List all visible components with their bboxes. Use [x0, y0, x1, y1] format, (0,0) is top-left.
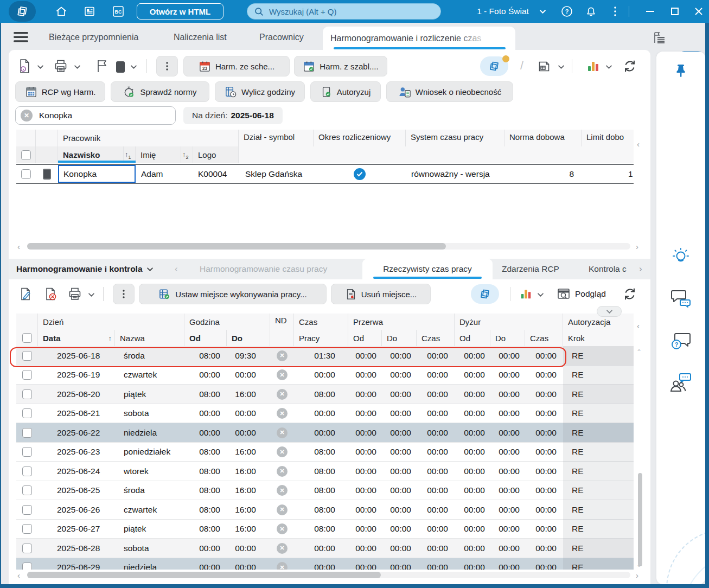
harm-ze-schematu-button[interactable]: 23 Harm. ze sche... — [183, 56, 290, 76]
grid-refresh-button[interactable] — [621, 285, 639, 303]
date-filter-chip[interactable]: Na dzień: 2025-06-18 — [183, 107, 283, 124]
col-group-pracownik[interactable]: Pracownik — [58, 130, 239, 146]
employee-row[interactable]: Konopka Adam K00004 Sklep Gdańska równow… — [16, 164, 634, 184]
close-button[interactable] — [690, 0, 707, 23]
col-przerwa-czas[interactable]: Czas — [417, 330, 455, 346]
time-row[interactable]: 2025-06-21sobota00:0000:00✕00:0000:0000:… — [16, 404, 634, 424]
clear-filter-icon[interactable]: ✕ — [21, 110, 33, 122]
row-checkbox[interactable] — [22, 524, 32, 534]
harm-z-szablonu-button[interactable]: Harm. z szabl.... — [294, 56, 387, 76]
time-row[interactable]: 2025-06-29niedziela00:0000:00✕00:0000:00… — [16, 558, 634, 570]
time-row[interactable]: 2025-06-22niedziela00:0000:00✕00:0000:00… — [16, 423, 634, 443]
minimize-button[interactable] — [641, 0, 659, 23]
hscroll-thumb[interactable] — [27, 243, 446, 250]
col-logo[interactable]: Logo — [193, 146, 239, 163]
col-nazwa[interactable]: Nazwa — [115, 330, 184, 346]
row-checkbox[interactable] — [22, 544, 32, 553]
usun-miejsce-button[interactable]: Usuń miejsce... — [331, 284, 431, 304]
col-od[interactable]: Od — [184, 330, 227, 346]
help-chat-button[interactable]: ? — [669, 331, 692, 351]
view-layers-toggle[interactable] — [480, 56, 508, 76]
vscroll-down-icon[interactable]: ⌄ — [636, 561, 642, 568]
ustaw-miejsce-button[interactable]: Ustaw miejsce wykonywania pracy... — [139, 284, 327, 304]
vscroll-thumb[interactable] — [638, 473, 642, 566]
community-chat-button[interactable] — [669, 373, 693, 393]
scroll-right-icon[interactable]: › — [636, 571, 638, 580]
columns-scroll-left-icon[interactable]: ‹ — [637, 321, 640, 330]
col-group-autoryzacja[interactable]: Autoryzacja — [563, 314, 634, 330]
row-checkbox[interactable] — [22, 505, 32, 515]
row-checkbox[interactable] — [22, 428, 32, 438]
employees-hscrollbar[interactable]: ‹ › — [9, 241, 650, 251]
tab-naliczenia-list[interactable]: Naliczenia list — [174, 24, 227, 50]
detail-tab-kontrola[interactable]: Kontrola c — [589, 259, 627, 279]
grid-view-layers-toggle[interactable] — [471, 284, 499, 304]
tab-biezace-przypomnienia[interactable]: Bieżące przypomnienia — [49, 24, 138, 50]
notifications-button[interactable] — [583, 0, 599, 23]
row-checkbox[interactable] — [22, 447, 32, 457]
col-pracy[interactable]: Pracy — [294, 330, 348, 346]
time-row[interactable]: 2025-06-18środa08:0009:30✕01:3000:0000:0… — [16, 346, 634, 366]
time-row[interactable]: 2025-06-23poniedziałek08:0016:00✕08:0000… — [16, 443, 634, 462]
col-dyzur-do[interactable]: Do — [490, 330, 525, 346]
detail-tab-zdarzenia-rcp[interactable]: Zdarzenia RCP — [502, 259, 559, 279]
wylicz-godziny-button[interactable]: Wylicz godziny — [215, 81, 305, 102]
row-checkbox[interactable] — [21, 169, 31, 179]
pin-panel-button[interactable] — [674, 63, 688, 79]
col-data[interactable]: Data↑ — [38, 330, 115, 346]
time-row[interactable]: 2025-06-19czwartek00:0000:00✕00:0000:000… — [16, 366, 634, 385]
more-actions-button[interactable] — [156, 56, 178, 76]
col-group-godzina[interactable]: Godzina — [184, 314, 270, 330]
row-checkbox[interactable] — [22, 370, 32, 380]
news-button[interactable] — [80, 0, 99, 23]
grid-chart-button[interactable] — [519, 287, 534, 301]
company-selector[interactable]: 1 - Foto Świat — [468, 0, 538, 23]
home-button[interactable] — [52, 0, 71, 23]
grid-more-actions-button[interactable] — [113, 284, 135, 304]
time-row[interactable]: 2025-06-25środa08:0016:00✕08:0000:0000:0… — [16, 481, 634, 501]
company-chevron-icon[interactable] — [537, 0, 548, 23]
detail-tab-harmonogramowanie[interactable]: Harmonogramowanie czasu pracy — [200, 259, 327, 279]
row-checkbox[interactable] — [22, 351, 32, 361]
hscroll-thumb[interactable] — [27, 572, 381, 578]
chart-chevron-icon[interactable] — [604, 64, 613, 69]
col-dyzur-czas[interactable]: Czas — [525, 330, 563, 346]
maximize-button[interactable] — [666, 0, 684, 23]
flag-button[interactable] — [94, 57, 111, 75]
scroll-right-icon[interactable]: › — [636, 242, 638, 251]
detail-tabs-scroll-right-icon[interactable]: › — [639, 259, 642, 279]
refresh-button[interactable] — [621, 57, 639, 75]
new-document-button[interactable] — [16, 57, 33, 75]
scroll-left-icon[interactable]: ‹ — [17, 571, 20, 580]
print-grid-chevron-icon[interactable] — [87, 292, 95, 297]
help-button[interactable]: ? — [559, 0, 575, 23]
chart-button[interactable] — [585, 57, 602, 75]
row-checkbox[interactable] — [22, 408, 32, 418]
collapse-panel-button[interactable] — [597, 306, 622, 317]
panel-list-button[interactable] — [653, 24, 667, 50]
time-row[interactable]: 2025-06-27piątek08:0016:00✕08:0000:0000:… — [16, 520, 634, 539]
col-krok[interactable]: Krok — [563, 330, 634, 346]
color-swatch-button[interactable] — [115, 60, 126, 74]
print-button[interactable] — [52, 57, 69, 75]
col-group-czas[interactable]: Czas — [294, 314, 348, 330]
vscroll-up-icon[interactable]: ⌃ — [636, 348, 642, 356]
new-document-chevron-icon[interactable] — [36, 64, 44, 69]
employee-filter-input[interactable]: ✕ Konopka — [15, 106, 176, 125]
rcp-wg-harm-button[interactable]: RCP wg Harm. — [15, 81, 105, 102]
col-przerwa-do[interactable]: Do — [382, 330, 417, 346]
time-row[interactable]: 2025-06-26czwartek08:0016:00✕08:0000:000… — [16, 500, 634, 520]
titlebar-more-button[interactable] — [609, 0, 622, 23]
edit-row-button[interactable] — [17, 285, 35, 303]
time-row[interactable]: 2025-06-24wtorek08:0016:00✕08:0000:0000:… — [16, 462, 634, 481]
row-checkbox[interactable] — [22, 466, 32, 476]
open-in-html-button[interactable]: Otwórz w HTML — [137, 3, 223, 20]
wniosek-o-nieobecnosc-button[interactable]: Wniosek o nieobecność — [386, 81, 513, 102]
sprawdz-normy-button[interactable]: Sprawdź normy — [111, 81, 209, 102]
chat-button[interactable] — [669, 288, 692, 308]
row-checkbox[interactable] — [22, 389, 32, 399]
record-card-icon[interactable] — [43, 169, 51, 180]
autoryzuj-button[interactable]: Autoryzuj — [310, 81, 381, 102]
col-dyzur-od[interactable]: Od — [455, 330, 490, 346]
select-all-checkbox[interactable] — [21, 150, 31, 160]
